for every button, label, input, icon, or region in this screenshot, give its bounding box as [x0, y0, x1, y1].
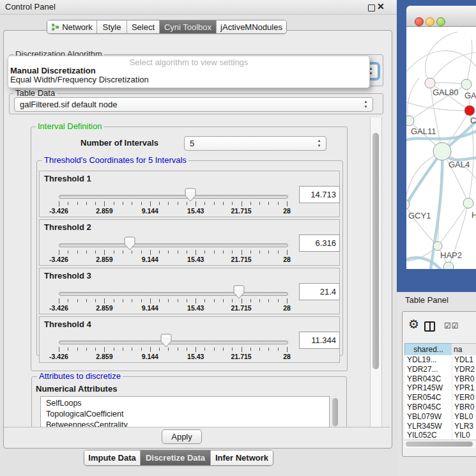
table-cell[interactable]: YDR27... [407, 365, 438, 374]
network-node-c[interactable] [464, 105, 475, 116]
select-columns-icon[interactable]: ☑☑ [444, 321, 459, 330]
slider-track[interactable] [59, 243, 288, 247]
column-header-shared[interactable]: shared... [404, 343, 452, 356]
threshold-value-field[interactable]: 11.344 [299, 332, 340, 349]
gear-icon[interactable]: ⚙ [408, 318, 419, 330]
table-cell[interactable]: YBR0 [454, 374, 474, 384]
slider-handle[interactable] [185, 188, 196, 204]
slider-tick [178, 202, 178, 205]
tab-jactivemnodules[interactable]: jActiveMNodules [216, 20, 286, 33]
popup-item-manual-discretization[interactable]: Manual Discretization [10, 66, 96, 75]
num-intervals-combo[interactable]: 5 ▲▼ [184, 136, 326, 151]
table-row[interactable]: YLR345WYLR3 [404, 422, 476, 431]
attributes-list-scrollbar[interactable] [332, 398, 338, 426]
slider-tick [268, 348, 269, 351]
minimize-traffic-light[interactable] [426, 17, 434, 26]
popup-item-equal-width-frequency-discretization[interactable]: Equal Width/Frequency Discretization [10, 75, 149, 84]
network-edge[interactable] [466, 40, 472, 84]
table-row[interactable]: YBR043CYBR0 [404, 374, 476, 384]
table-hscrollbar-thumb[interactable] [406, 441, 473, 447]
table-row[interactable]: YPR145WYPR1 [404, 383, 476, 393]
network-node-gal4[interactable] [433, 142, 451, 160]
tab-select[interactable]: Select [127, 20, 159, 33]
network-edge-highlighted[interactable] [406, 257, 441, 269]
table-cell[interactable]: YDL19... [407, 355, 437, 365]
network-node-gal11[interactable] [406, 116, 414, 126]
slider-handle[interactable] [233, 285, 245, 302]
table-cell[interactable]: YBR0 [454, 403, 474, 412]
threshold-value-field[interactable]: 6.316 [299, 234, 340, 252]
table-cell[interactable]: YIL0 [454, 431, 470, 440]
table-cell[interactable]: YBR045C [407, 403, 441, 412]
slider-tick [68, 348, 68, 351]
table-cell[interactable]: YPR1 [454, 383, 474, 393]
slider-handle[interactable] [160, 334, 172, 350]
table-hscrollbar-track[interactable] [404, 440, 476, 448]
tab-label: Infer Network [215, 453, 268, 463]
table-row[interactable]: YDR27...YDR2 [404, 365, 476, 374]
table-row[interactable]: YBL079WYBL0 [404, 412, 476, 422]
slider-track[interactable] [59, 292, 288, 296]
tab-impute-data[interactable]: Impute Data [84, 450, 140, 465]
table-cell[interactable]: YDL1 [454, 355, 473, 365]
columns-icon[interactable] [424, 321, 435, 332]
table-cell[interactable]: YBL079W [407, 412, 441, 422]
threshold-value-field[interactable]: 21.4 [299, 283, 340, 300]
tab-style[interactable]: Style [96, 20, 127, 33]
table-data-combo[interactable]: galFiltered.sif default node ▲▼ [14, 97, 373, 112]
table-cell[interactable]: YBL0 [454, 412, 473, 422]
node-label: GA [464, 91, 476, 100]
network-window-titlebar[interactable] [406, 6, 476, 27]
main-scrollbar-track[interactable] [370, 118, 382, 427]
tab-infer-network[interactable]: Infer Network [210, 450, 273, 465]
slider-tick [178, 250, 178, 254]
table-row[interactable]: YDL19...YDL1 [404, 355, 476, 365]
close-traffic-light[interactable] [415, 17, 424, 26]
network-node-hap2[interactable] [433, 242, 442, 250]
threshold-value-field[interactable]: 14.713 [299, 186, 340, 203]
slider-handle[interactable] [124, 236, 135, 253]
close-icon[interactable]: ✕ [377, 1, 385, 12]
table-cell[interactable]: YER0 [454, 393, 474, 403]
slider-tick [187, 299, 187, 302]
slider-tick [223, 250, 224, 254]
table-cell[interactable]: YIL052C [407, 431, 437, 440]
table-cell[interactable]: YBR043C [407, 374, 441, 384]
network-edge[interactable] [430, 82, 466, 84]
network-edge[interactable] [430, 52, 476, 83]
table-cell[interactable]: YLR345W [407, 422, 442, 431]
slider-tick [278, 299, 279, 302]
attributes-list: SelfLoopsTopologicalCoefficientBetweenne… [40, 396, 330, 427]
network-edge[interactable] [408, 78, 419, 121]
network-edge[interactable] [438, 203, 468, 246]
slider-track[interactable] [59, 341, 288, 344]
table-row[interactable]: YER054CYER0 [404, 393, 476, 403]
float-window-icon[interactable] [368, 4, 375, 12]
main-scrollbar-thumb[interactable] [372, 133, 379, 369]
network-node-gal80[interactable] [425, 78, 435, 88]
network-edge[interactable] [406, 50, 476, 72]
apply-button[interactable]: Apply [162, 429, 202, 444]
tab-discretize-data[interactable]: Discretize Data [140, 450, 210, 465]
table-cell[interactable]: YDR2 [454, 365, 475, 374]
table-row[interactable]: YBR045CYBR0 [404, 403, 476, 412]
table-cell[interactable]: YLR3 [454, 422, 473, 431]
network-canvas[interactable]: GAL80GACGAL11GAL4GCY1HHAP2 [406, 27, 476, 269]
table-cell[interactable]: YER054C [407, 393, 441, 403]
tab-network[interactable]: Network [47, 20, 96, 33]
zoom-traffic-light[interactable] [436, 17, 445, 26]
slider-track[interactable] [59, 195, 288, 199]
column-header-name[interactable]: na [452, 343, 476, 356]
table-cell[interactable]: YPR145W [407, 383, 443, 393]
network-node-ga[interactable] [461, 79, 472, 89]
top-tab-bar: NetworkStyleSelectCyni ToolboxjActiveMNo… [47, 20, 287, 34]
network-edge[interactable] [425, 32, 457, 83]
list-item-topologicalcoefficient[interactable]: TopologicalCoefficient [41, 409, 329, 420]
tab-cyni-toolbox[interactable]: Cyni Toolbox [159, 20, 216, 33]
table-row[interactable]: YIL052CYIL0 [404, 431, 476, 440]
network-node[interactable] [443, 262, 454, 269]
list-item-selfloops[interactable]: SelfLoops [41, 398, 329, 409]
list-item-betweennesscentrality[interactable]: BetweennessCentrality [41, 420, 329, 427]
thresholds-group-label: Threshold's Coordinates for 5 Intervals [42, 156, 188, 165]
network-node-h[interactable] [463, 198, 473, 208]
